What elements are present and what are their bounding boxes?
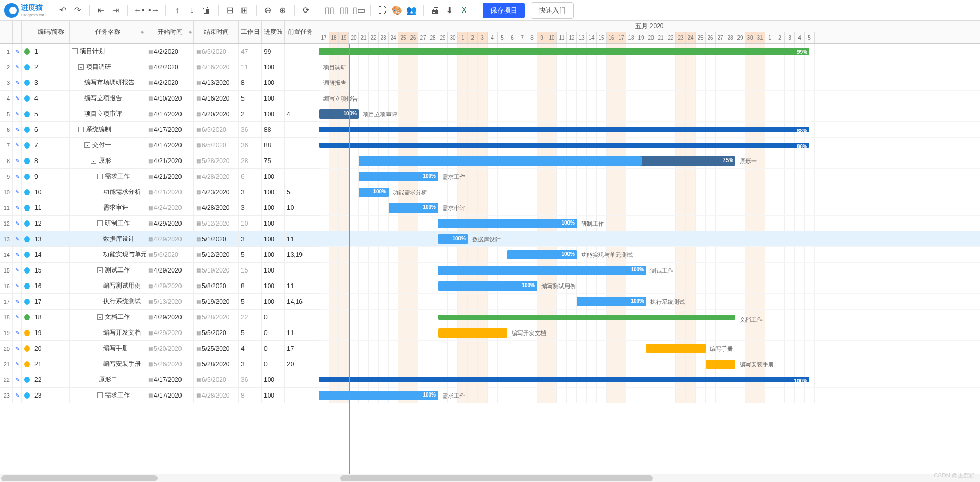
users-icon[interactable]: 👥: [405, 4, 418, 17]
start-date[interactable]: ▦4/29/2020: [146, 263, 194, 278]
edit-icon[interactable]: ✎: [13, 263, 22, 278]
gantt-row[interactable]: 编写开发文档: [319, 325, 980, 341]
gantt-row[interactable]: 75%原形一: [319, 153, 980, 169]
predecessors[interactable]: 17: [285, 341, 316, 356]
task-name-cell[interactable]: 编写市场调研报告: [70, 75, 146, 90]
task-row[interactable]: 4✎4编写立项报告▦4/10/2020▦4/16/20205100: [0, 91, 319, 106]
gantt-bar[interactable]: 100%功能实现与单元测试: [507, 250, 577, 259]
gantt-scroll-h[interactable]: [319, 474, 980, 482]
work-days[interactable]: 6: [239, 169, 262, 184]
gantt-bar[interactable]: 100%项目立项审评: [319, 109, 359, 119]
task-code[interactable]: 1: [32, 44, 70, 59]
toggle-icon[interactable]: -: [78, 127, 84, 132]
task-code[interactable]: 3: [32, 75, 70, 90]
outdent-icon[interactable]: ⇤: [95, 4, 107, 17]
task-row[interactable]: 14✎14功能实现与单元测试▦5/6/2020▦5/12/2020510013,…: [0, 247, 319, 263]
start-date[interactable]: ▦4/29/2020: [146, 231, 194, 246]
edit-icon[interactable]: ✎: [13, 216, 22, 231]
start-date[interactable]: ▦5/6/2020: [146, 247, 194, 262]
work-days[interactable]: 3: [239, 356, 262, 372]
task-code[interactable]: 12: [32, 216, 70, 231]
delete-icon[interactable]: 🗑: [200, 4, 213, 17]
gantt-row[interactable]: 100%功能需求分析: [319, 184, 980, 200]
end-date[interactable]: ▦6/5/2020: [194, 122, 239, 137]
end-date[interactable]: ▦4/20/2020: [194, 106, 239, 121]
move-down-icon[interactable]: ↓: [186, 4, 198, 17]
start-date[interactable]: ▦4/21/2020: [146, 153, 194, 168]
task-row[interactable]: 18✎18-文档工作▦4/29/2020▦5/28/2020220: [0, 310, 319, 325]
task-row[interactable]: 8✎8-原形一▦4/21/2020▦5/28/20202875: [0, 153, 319, 169]
progress-pct[interactable]: 88: [262, 138, 285, 153]
task-name-cell[interactable]: -需求工作: [70, 388, 146, 403]
task-code[interactable]: 7: [32, 138, 70, 153]
predecessors[interactable]: [285, 138, 316, 153]
end-date[interactable]: ▦6/5/2020: [194, 138, 239, 153]
edit-icon[interactable]: ✎: [13, 138, 22, 153]
start-date[interactable]: ▦5/26/2020: [146, 356, 194, 372]
work-days[interactable]: 8: [239, 388, 262, 403]
gantt-bar[interactable]: 100%研制工作: [438, 219, 577, 228]
toggle-icon[interactable]: -: [78, 64, 84, 70]
progress-pct[interactable]: 0: [262, 356, 285, 372]
edit-icon[interactable]: ✎: [13, 75, 22, 90]
col-end[interactable]: 结束时间: [194, 21, 239, 43]
edit-icon[interactable]: ✎: [13, 91, 22, 106]
predecessors[interactable]: 10: [285, 200, 316, 215]
start-date[interactable]: ▦4/17/2020: [146, 106, 194, 121]
progress-pct[interactable]: 100: [262, 59, 285, 75]
move-up-icon[interactable]: ↑: [171, 4, 184, 17]
work-days[interactable]: 22: [239, 310, 262, 325]
task-row[interactable]: 9✎9-需求工作▦4/21/2020▦4/28/20206100: [0, 169, 319, 184]
start-date[interactable]: ▦4/10/2020: [146, 91, 194, 106]
task-name-cell[interactable]: 编写开发文档: [70, 325, 146, 340]
task-code[interactable]: 15: [32, 263, 70, 278]
task-code[interactable]: 11: [32, 200, 70, 215]
layout3-icon[interactable]: ▯▭: [353, 4, 365, 17]
gantt-bar[interactable]: 88%: [319, 143, 809, 148]
gantt-bar[interactable]: 100%需求工作: [319, 391, 438, 400]
task-name-cell[interactable]: -原形一: [70, 153, 146, 168]
toggle-icon[interactable]: -: [97, 174, 103, 179]
start-date[interactable]: ▦4/17/2020: [146, 122, 194, 137]
end-date[interactable]: ▦5/19/2020: [194, 294, 239, 309]
work-days[interactable]: 11: [239, 59, 262, 75]
task-code[interactable]: 21: [32, 356, 70, 372]
end-date[interactable]: ▦5/28/2020: [194, 153, 239, 168]
task-name-cell[interactable]: -交付一: [70, 138, 146, 153]
toggle-icon[interactable]: -: [97, 314, 103, 320]
toggle-icon[interactable]: -: [72, 48, 78, 54]
gantt-bar[interactable]: 99%: [319, 48, 809, 55]
zoom-in-icon[interactable]: ⊕: [276, 4, 289, 17]
task-name-cell[interactable]: -系统编制: [70, 122, 146, 137]
edit-icon[interactable]: ✎: [13, 184, 22, 200]
gantt-row[interactable]: 100%: [319, 372, 980, 388]
gantt-bar[interactable]: 100%测试工作: [438, 266, 646, 275]
end-date[interactable]: ▦6/5/2020: [194, 44, 239, 59]
edit-icon[interactable]: ✎: [13, 388, 22, 403]
work-days[interactable]: 36: [239, 372, 262, 387]
gantt-row[interactable]: 编写手册: [319, 341, 980, 356]
grid-scroll-h[interactable]: [0, 474, 319, 482]
task-name-cell[interactable]: 项目立项审评: [70, 106, 146, 121]
progress-pct[interactable]: 100: [262, 278, 285, 293]
work-days[interactable]: 36: [239, 122, 262, 137]
col-code[interactable]: 编码/简称: [32, 21, 70, 43]
gantt-bar[interactable]: 编写手册: [646, 344, 706, 353]
task-row[interactable]: 21✎21编写安装手册▦5/26/2020▦5/28/20203020: [0, 356, 319, 372]
gantt-row[interactable]: 100%数据库设计: [319, 231, 980, 247]
gantt-bar[interactable]: 100%: [319, 377, 809, 382]
gantt-row[interactable]: 100%需求工作: [319, 388, 980, 403]
gantt-row[interactable]: 100%测试工作: [319, 263, 980, 278]
edit-icon[interactable]: ✎: [13, 341, 22, 356]
end-date[interactable]: ▦5/25/2020: [194, 341, 239, 356]
task-row[interactable]: 17✎17执行系统测试▦5/13/2020▦5/19/2020510014,16: [0, 294, 319, 310]
progress-pct[interactable]: 100: [262, 263, 285, 278]
col-start[interactable]: 开始时间: [146, 21, 194, 43]
layout2-icon[interactable]: ▯▯: [338, 4, 350, 17]
task-code[interactable]: 19: [32, 325, 70, 340]
redo-icon[interactable]: ↷: [71, 4, 84, 17]
progress-pct[interactable]: 75: [262, 153, 285, 168]
end-date[interactable]: ▦5/19/2020: [194, 263, 239, 278]
task-code[interactable]: 6: [32, 122, 70, 137]
task-row[interactable]: 23✎23-需求工作▦4/17/2020▦4/28/20208100: [0, 388, 319, 403]
